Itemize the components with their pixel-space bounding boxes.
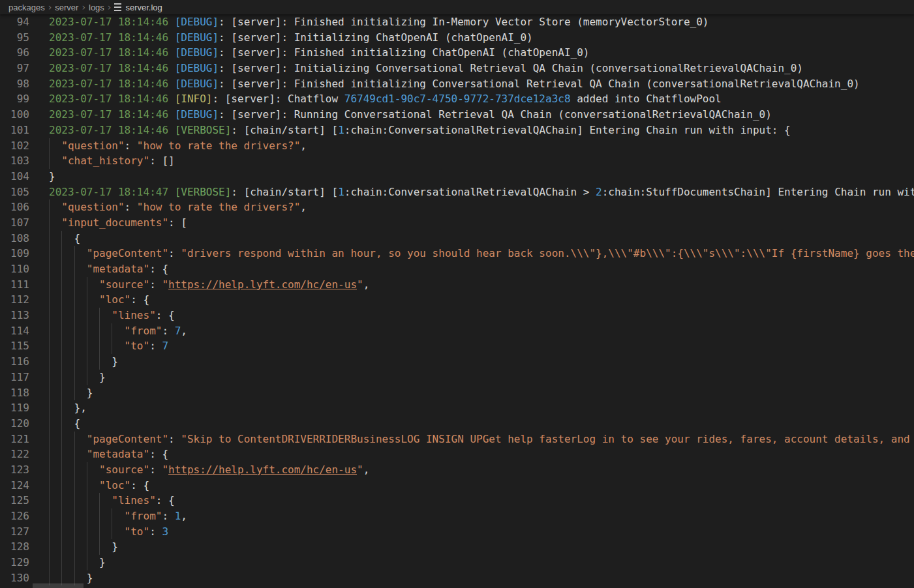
indent-guide [61,277,62,293]
breadcrumb-file-label: server.log [125,3,162,12]
line-number: 99 [0,91,29,107]
indent-guide [74,292,75,308]
log-line[interactable]: 117 } [0,370,914,385]
log-editor[interactable]: 942023-07-17 18:14:46 [DEBUG]: [server]:… [0,14,914,588]
token-plain: : { [149,263,168,275]
line-number: 125 [0,493,29,508]
log-line[interactable]: 952023-07-17 18:14:46 [DEBUG]: [server]:… [0,30,914,46]
log-line[interactable]: 118 } [0,385,914,401]
indent-guide [49,400,50,416]
log-line[interactable]: 111 "source": "https://help.lyft.com/hc/… [0,277,914,293]
log-line[interactable]: 992023-07-17 18:14:46 [INFO]: [server]: … [0,91,914,107]
token-plain: , [363,463,370,476]
token-debug: [DEBUG] [175,16,219,28]
indent-guide [49,199,50,215]
token-debug: [DEBUG] [175,46,219,59]
indent-guide [99,308,100,323]
log-line[interactable]: 127 "to": 3 [0,524,914,540]
line-number: 128 [0,539,29,555]
log-line[interactable]: 126 "from": 1, [0,508,914,524]
indent-guide [61,539,62,555]
log-line[interactable]: 115 "to": 7 [0,338,914,354]
indent-guide [49,231,50,246]
log-line[interactable]: 1012023-07-17 18:14:46 [VERBOSE]: [chain… [0,123,914,138]
log-line[interactable]: 962023-07-17 18:14:46 [DEBUG]: [server]:… [0,45,914,61]
log-line[interactable]: 942023-07-17 18:14:46 [DEBUG]: [server]:… [0,14,914,30]
token-plain: : [125,201,137,213]
log-line[interactable]: 1052023-07-17 18:14:47 [VERBOSE]: [chain… [0,184,914,200]
link-url[interactable]: https://help.lyft.com/hc/en-us [168,463,357,476]
log-line[interactable]: 110 "metadata": { [0,261,914,277]
log-line[interactable]: 109 "pageContent": "drivers respond with… [0,246,914,261]
log-line[interactable]: 982023-07-17 18:14:46 [DEBUG]: [server]:… [0,76,914,92]
log-line[interactable]: 122 "metadata": { [0,447,914,462]
indent-guide [49,555,50,570]
line-content: } [49,169,55,184]
token-plain: : [168,433,181,445]
log-line[interactable]: 128 } [0,539,914,555]
log-line[interactable]: 102 "question": "how to rate the drivers… [0,138,914,154]
log-line[interactable]: 121 "pageContent": "Skip to ContentDRIVE… [0,432,914,447]
log-line[interactable]: 124 "loc": { [0,478,914,493]
token-time: 2023-07-17 18:14:46 [49,16,175,28]
token-str: "input_documents" [49,216,168,229]
breadcrumb-folders: packages›server›logs› [8,2,114,12]
breadcrumb-file[interactable]: server.log [114,3,162,12]
log-line[interactable]: 114 "from": 7, [0,323,914,339]
log-line[interactable]: 119 }, [0,400,914,416]
token-num: 76749cd1-90c7-4750-9772-737dce12a3c8 [344,93,571,105]
indent-guide [87,508,87,524]
indent-guide [61,462,62,478]
indent-guide [61,447,62,462]
indent-guide [61,555,62,570]
token-debug: [DEBUG] [175,31,219,44]
log-line[interactable]: 103 "chat_history": [] [0,153,914,169]
indent-guide [49,308,50,323]
token-plain: : [] [149,154,175,167]
log-line[interactable]: 104} [0,169,914,184]
token-num: 7 [175,325,181,337]
token-plain: : [162,510,174,522]
breadcrumb-item-logs[interactable]: logs [89,3,104,12]
indent-guide [74,338,75,354]
log-line[interactable]: 125 "lines": { [0,493,914,508]
log-line[interactable]: 116 } [0,354,914,370]
log-line[interactable]: 113 "lines": { [0,308,914,323]
log-line[interactable]: 112 "loc": { [0,292,914,308]
line-number: 94 [0,14,29,30]
log-line[interactable]: 972023-07-17 18:14:46 [DEBUG]: [server]:… [0,61,914,76]
log-line[interactable]: 123 "source": "https://help.lyft.com/hc/… [0,462,914,478]
token-str: "pageContent" [49,433,168,445]
indent-guide [61,292,62,308]
indent-guide [99,354,100,370]
breadcrumb-item-packages[interactable]: packages [8,3,45,12]
log-line[interactable]: 130 } [0,570,914,586]
line-content: 2023-07-17 18:14:46 [DEBUG]: [server]: I… [49,61,803,76]
token-time: 2023-07-17 18:14:46 [49,124,175,136]
indent-guide [87,354,87,370]
indent-guide [61,261,62,277]
line-number: 107 [0,215,29,231]
indent-guide [87,493,87,508]
link-url[interactable]: https://help.lyft.com/hc/en-us [168,278,357,291]
token-plain: : [server]: Finished initializing ChatOp… [219,46,589,59]
indent-guide [87,308,87,323]
indent-guide [49,385,50,401]
token-plain: : { [156,309,175,321]
breadcrumb-item-server[interactable]: server [55,3,78,12]
log-line[interactable]: 120 { [0,416,914,432]
log-line[interactable]: 108 { [0,231,914,246]
token-debug: [DEBUG] [175,108,219,121]
log-line[interactable]: 1002023-07-17 18:14:46 [DEBUG]: [server]… [0,107,914,123]
indent-guide [61,385,62,401]
log-line[interactable]: 129 } [0,555,914,570]
line-number: 110 [0,261,29,277]
token-str: "source" [49,278,149,291]
token-num: 1 [338,186,344,198]
line-content: "loc": { [49,292,149,308]
indent-guide [87,478,87,493]
log-line[interactable]: 107 "input_documents": [ [0,215,914,231]
horizontal-scrollbar-thumb[interactable] [33,583,84,588]
indent-guide [49,416,50,432]
log-line[interactable]: 106 "question": "how to rate the drivers… [0,199,914,215]
